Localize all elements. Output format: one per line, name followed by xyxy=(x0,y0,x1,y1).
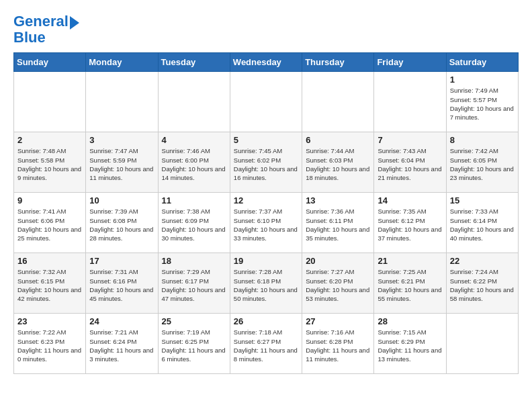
weekday-header-monday: Monday xyxy=(86,53,158,72)
day-info: Sunrise: 7:39 AM Sunset: 6:08 PM Dayligh… xyxy=(89,207,154,242)
day-info: Sunrise: 7:28 AM Sunset: 6:18 PM Dayligh… xyxy=(234,267,298,303)
day-number: 10 xyxy=(89,195,154,205)
day-info: Sunrise: 7:21 AM Sunset: 6:24 PM Dayligh… xyxy=(89,328,154,363)
day-number: 17 xyxy=(89,256,154,266)
calendar-cell: 6Sunrise: 7:44 AM Sunset: 6:03 PM Daylig… xyxy=(302,132,374,193)
day-info: Sunrise: 7:27 AM Sunset: 6:20 PM Dayligh… xyxy=(306,267,370,303)
day-number: 18 xyxy=(162,256,226,266)
weekday-header-tuesday: Tuesday xyxy=(158,53,230,72)
day-info: Sunrise: 7:42 AM Sunset: 6:05 PM Dayligh… xyxy=(450,146,515,182)
day-number: 5 xyxy=(234,135,298,145)
day-number: 21 xyxy=(378,256,442,266)
weekday-header-saturday: Saturday xyxy=(446,53,518,72)
calendar-cell: 11Sunrise: 7:38 AM Sunset: 6:09 PM Dayli… xyxy=(158,193,230,253)
day-number: 6 xyxy=(306,135,370,145)
day-number: 8 xyxy=(450,135,515,145)
calendar-table: SundayMondayTuesdayWednesdayThursdayFrid… xyxy=(13,52,519,374)
calendar-cell: 22Sunrise: 7:24 AM Sunset: 6:22 PM Dayli… xyxy=(446,253,518,314)
page-header: General Blue xyxy=(13,13,519,46)
day-number: 15 xyxy=(450,195,515,205)
day-number: 12 xyxy=(234,195,298,205)
day-number: 2 xyxy=(17,135,82,145)
day-info: Sunrise: 7:24 AM Sunset: 6:22 PM Dayligh… xyxy=(450,267,515,303)
day-info: Sunrise: 7:35 AM Sunset: 6:12 PM Dayligh… xyxy=(378,207,442,242)
calendar-week-3: 9Sunrise: 7:41 AM Sunset: 6:06 PM Daylig… xyxy=(14,193,519,253)
calendar-cell: 24Sunrise: 7:21 AM Sunset: 6:24 PM Dayli… xyxy=(86,314,158,374)
calendar-cell: 15Sunrise: 7:33 AM Sunset: 6:14 PM Dayli… xyxy=(446,193,518,253)
day-number: 16 xyxy=(17,256,82,266)
weekday-header-thursday: Thursday xyxy=(302,53,374,72)
day-info: Sunrise: 7:37 AM Sunset: 6:10 PM Dayligh… xyxy=(234,207,298,242)
day-info: Sunrise: 7:31 AM Sunset: 6:16 PM Dayligh… xyxy=(89,267,154,303)
day-number: 28 xyxy=(378,316,442,326)
day-number: 14 xyxy=(378,195,442,205)
day-number: 13 xyxy=(306,195,370,205)
day-info: Sunrise: 7:16 AM Sunset: 6:28 PM Dayligh… xyxy=(306,328,370,363)
day-number: 27 xyxy=(306,316,370,326)
calendar-cell: 16Sunrise: 7:32 AM Sunset: 6:15 PM Dayli… xyxy=(14,253,86,314)
logo-text: General xyxy=(13,13,69,30)
calendar-cell: 5Sunrise: 7:45 AM Sunset: 6:02 PM Daylig… xyxy=(230,132,302,193)
weekday-header-sunday: Sunday xyxy=(14,53,86,72)
calendar-cell: 10Sunrise: 7:39 AM Sunset: 6:08 PM Dayli… xyxy=(86,193,158,253)
calendar-cell: 2Sunrise: 7:48 AM Sunset: 5:58 PM Daylig… xyxy=(14,132,86,193)
calendar-cell: 28Sunrise: 7:15 AM Sunset: 6:29 PM Dayli… xyxy=(374,314,446,374)
day-info: Sunrise: 7:45 AM Sunset: 6:02 PM Dayligh… xyxy=(234,146,298,182)
calendar-cell: 3Sunrise: 7:47 AM Sunset: 5:59 PM Daylig… xyxy=(86,132,158,193)
calendar-cell: 1Sunrise: 7:49 AM Sunset: 5:57 PM Daylig… xyxy=(446,72,518,132)
day-info: Sunrise: 7:36 AM Sunset: 6:11 PM Dayligh… xyxy=(306,207,370,242)
day-info: Sunrise: 7:22 AM Sunset: 6:23 PM Dayligh… xyxy=(17,328,82,363)
day-info: Sunrise: 7:38 AM Sunset: 6:09 PM Dayligh… xyxy=(162,207,226,242)
day-number: 25 xyxy=(162,316,226,326)
day-number: 26 xyxy=(234,316,298,326)
day-info: Sunrise: 7:43 AM Sunset: 6:04 PM Dayligh… xyxy=(378,146,442,182)
calendar-cell: 12Sunrise: 7:37 AM Sunset: 6:10 PM Dayli… xyxy=(230,193,302,253)
day-number: 19 xyxy=(234,256,298,266)
day-info: Sunrise: 7:46 AM Sunset: 6:00 PM Dayligh… xyxy=(162,146,226,182)
day-info: Sunrise: 7:29 AM Sunset: 6:17 PM Dayligh… xyxy=(162,267,226,303)
weekday-header-row: SundayMondayTuesdayWednesdayThursdayFrid… xyxy=(14,53,519,72)
day-number: 24 xyxy=(89,316,154,326)
calendar-cell xyxy=(86,72,158,132)
day-info: Sunrise: 7:49 AM Sunset: 5:57 PM Dayligh… xyxy=(450,86,515,122)
day-info: Sunrise: 7:15 AM Sunset: 6:29 PM Dayligh… xyxy=(378,328,442,363)
day-number: 4 xyxy=(162,135,226,145)
calendar-week-5: 23Sunrise: 7:22 AM Sunset: 6:23 PM Dayli… xyxy=(14,314,519,374)
day-number: 22 xyxy=(450,256,515,266)
calendar-cell: 23Sunrise: 7:22 AM Sunset: 6:23 PM Dayli… xyxy=(14,314,86,374)
calendar-cell: 9Sunrise: 7:41 AM Sunset: 6:06 PM Daylig… xyxy=(14,193,86,253)
weekday-header-friday: Friday xyxy=(374,53,446,72)
calendar-cell: 8Sunrise: 7:42 AM Sunset: 6:05 PM Daylig… xyxy=(446,132,518,193)
calendar-cell xyxy=(302,72,374,132)
calendar-cell: 20Sunrise: 7:27 AM Sunset: 6:20 PM Dayli… xyxy=(302,253,374,314)
calendar-cell xyxy=(158,72,230,132)
day-number: 11 xyxy=(162,195,226,205)
logo-blue-text: Blue xyxy=(13,30,46,46)
calendar-cell xyxy=(14,72,86,132)
calendar-cell: 7Sunrise: 7:43 AM Sunset: 6:04 PM Daylig… xyxy=(374,132,446,193)
calendar-cell xyxy=(374,72,446,132)
calendar-cell: 26Sunrise: 7:18 AM Sunset: 6:27 PM Dayli… xyxy=(230,314,302,374)
day-number: 3 xyxy=(89,135,154,145)
calendar-cell: 18Sunrise: 7:29 AM Sunset: 6:17 PM Dayli… xyxy=(158,253,230,314)
calendar-cell xyxy=(230,72,302,132)
calendar-cell: 4Sunrise: 7:46 AM Sunset: 6:00 PM Daylig… xyxy=(158,132,230,193)
calendar-cell xyxy=(446,314,518,374)
day-info: Sunrise: 7:47 AM Sunset: 5:59 PM Dayligh… xyxy=(89,146,154,182)
calendar-week-1: 1Sunrise: 7:49 AM Sunset: 5:57 PM Daylig… xyxy=(14,72,519,132)
calendar-cell: 21Sunrise: 7:25 AM Sunset: 6:21 PM Dayli… xyxy=(374,253,446,314)
day-info: Sunrise: 7:19 AM Sunset: 6:25 PM Dayligh… xyxy=(162,328,226,363)
day-info: Sunrise: 7:48 AM Sunset: 5:58 PM Dayligh… xyxy=(17,146,82,182)
day-info: Sunrise: 7:25 AM Sunset: 6:21 PM Dayligh… xyxy=(378,267,442,303)
calendar-cell: 27Sunrise: 7:16 AM Sunset: 6:28 PM Dayli… xyxy=(302,314,374,374)
day-info: Sunrise: 7:41 AM Sunset: 6:06 PM Dayligh… xyxy=(17,207,82,242)
calendar-cell: 25Sunrise: 7:19 AM Sunset: 6:25 PM Dayli… xyxy=(158,314,230,374)
logo: General Blue xyxy=(13,13,79,46)
day-number: 7 xyxy=(378,135,442,145)
calendar-cell: 13Sunrise: 7:36 AM Sunset: 6:11 PM Dayli… xyxy=(302,193,374,253)
day-number: 1 xyxy=(450,75,515,85)
day-info: Sunrise: 7:33 AM Sunset: 6:14 PM Dayligh… xyxy=(450,207,515,242)
day-info: Sunrise: 7:32 AM Sunset: 6:15 PM Dayligh… xyxy=(17,267,82,303)
weekday-header-wednesday: Wednesday xyxy=(230,53,302,72)
calendar-cell: 14Sunrise: 7:35 AM Sunset: 6:12 PM Dayli… xyxy=(374,193,446,253)
